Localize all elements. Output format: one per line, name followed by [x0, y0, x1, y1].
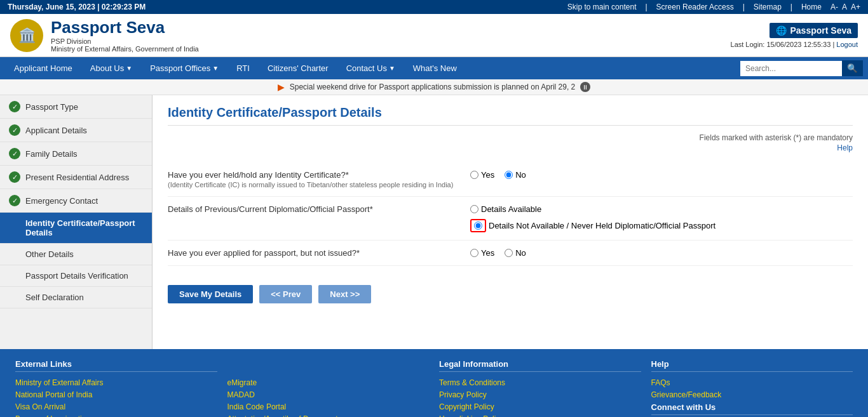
emblem-logo: 🏛️: [10, 19, 43, 52]
q3-yes-radio[interactable]: [470, 249, 478, 257]
save-button[interactable]: Save My Details: [168, 285, 253, 303]
footer-voa-link[interactable]: Visa On Arrival: [15, 402, 217, 411]
passport-seva-logo: 🌐 Passport Seva: [770, 23, 858, 38]
sidebar-label-self-declaration: Self Declaration: [25, 293, 84, 302]
nav-whats-new[interactable]: What's New: [404, 57, 466, 79]
ticker-text: Special weekend drive for Passport appli…: [290, 83, 576, 91]
footer-privacy-link[interactable]: Privacy Policy: [439, 390, 641, 399]
brand-name: Passport Seva: [51, 18, 199, 37]
sidebar-item-self-declaration[interactable]: Self Declaration: [0, 287, 152, 308]
search-button[interactable]: 🔍: [842, 60, 863, 76]
q3-label: Have you ever applied for passport, but …: [168, 248, 460, 258]
ticker-pause-button[interactable]: ⏸: [580, 82, 590, 92]
form-row-q3: Have you ever applied for passport, but …: [168, 241, 853, 266]
q1-no-option[interactable]: No: [505, 170, 526, 180]
nav-citizens-charter[interactable]: Citizens' Charter: [259, 57, 337, 79]
q2-details-available-option[interactable]: Details Available: [470, 204, 715, 214]
sidebar-item-other-details[interactable]: Other Details: [0, 244, 152, 265]
q2-available-label: Details Available: [481, 204, 541, 214]
help-link[interactable]: Help: [168, 143, 853, 152]
q2-label: Details of Previous/Current Diplomatic/O…: [168, 204, 460, 214]
footer-help-col: Help FAQs Grievance/Feedback: [651, 359, 853, 402]
nav-rti[interactable]: RTI: [227, 57, 259, 79]
footer-terms-link[interactable]: Terms & Conditions: [439, 378, 641, 387]
q3-controls: Yes No: [470, 248, 526, 258]
q2-not-available-highlighted: [470, 219, 486, 232]
q3-yes-option[interactable]: Yes: [470, 248, 494, 258]
footer-npi-link[interactable]: National Portal of India: [15, 390, 217, 399]
q2-not-available-radio[interactable]: [474, 222, 482, 230]
nav-about-us[interactable]: About Us ▼: [81, 57, 141, 79]
footer-faqs-link[interactable]: FAQs: [651, 378, 853, 387]
font-normal-button[interactable]: A: [842, 3, 847, 11]
sidebar-label-identity-certificate: Identity Certificate/Passport Details: [25, 218, 143, 237]
logout-link[interactable]: Logout: [836, 41, 858, 48]
footer-madad-link[interactable]: MADAD: [227, 390, 430, 399]
nav-contact-us[interactable]: Contact Us ▼: [337, 57, 404, 79]
check-icon: ✓: [9, 148, 20, 159]
skip-content-link[interactable]: Skip to main content: [567, 3, 637, 11]
sidebar-item-emergency-contact[interactable]: ✓ Emergency Contact: [0, 189, 152, 213]
q1-yes-radio[interactable]: [470, 171, 478, 179]
footer-hyperlinking-link[interactable]: Hyperlinking Policy: [439, 414, 641, 417]
passport-offices-dropdown-icon: ▼: [212, 65, 219, 72]
footer: External Links Ministry of External Affa…: [0, 349, 868, 417]
top-bar: Thursday, June 15, 2023 | 02:29:23 PM Sk…: [0, 0, 868, 14]
q3-no-radio[interactable]: [505, 249, 513, 257]
q1-no-radio[interactable]: [505, 171, 513, 179]
search-input[interactable]: [740, 61, 842, 76]
header: 🏛️ Passport Seva PSP Division Ministry o…: [0, 14, 868, 57]
footer-india-code-link[interactable]: India Code Portal: [227, 402, 430, 411]
brand-text: Passport Seva PSP Division Ministry of E…: [51, 18, 199, 53]
prev-button[interactable]: << Prev: [259, 285, 312, 303]
ticker-arrow-icon: ▶: [278, 82, 285, 92]
footer-mea-link[interactable]: Ministry of External Affairs: [15, 378, 217, 387]
q3-yes-label: Yes: [481, 248, 494, 258]
footer-attestation-link[interactable]: Attestation/Apostile of Documents: [227, 414, 430, 417]
footer-grievance-link[interactable]: Grievance/Feedback: [651, 390, 853, 399]
sitemap-link[interactable]: Sitemap: [754, 3, 782, 11]
footer-legal-col: Legal Information Terms & Conditions Pri…: [439, 359, 641, 417]
contact-us-dropdown-icon: ▼: [389, 65, 395, 72]
q2-details-not-available-option[interactable]: Details Not Available / Never Held Diplo…: [470, 219, 715, 232]
q1-yes-label: Yes: [481, 170, 494, 180]
q3-no-option[interactable]: No: [505, 248, 526, 258]
q2-available-radio[interactable]: [470, 205, 478, 213]
font-small-button[interactable]: A-: [831, 3, 838, 11]
footer-legal-title: Legal Information: [439, 359, 641, 372]
sidebar-item-family-details[interactable]: ✓ Family Details: [0, 142, 152, 166]
home-link[interactable]: Home: [801, 3, 822, 11]
screen-reader-link[interactable]: Screen Reader Access: [656, 3, 734, 11]
sidebar-item-present-address[interactable]: ✓ Present Residential Address: [0, 166, 152, 189]
footer-emigrate-link[interactable]: eMigrate: [227, 378, 430, 387]
sidebar-item-identity-certificate[interactable]: Identity Certificate/Passport Details: [0, 213, 152, 244]
form-row-q1: Have you ever held/hold any Identity Cer…: [168, 162, 853, 197]
q2-not-available-label: Details Not Available / Never Held Diplo…: [489, 221, 715, 230]
check-icon: ✓: [9, 171, 20, 183]
footer-connect-title: Connect with Us: [651, 402, 853, 415]
content-title: Identity Certificate/Passport Details: [168, 105, 853, 126]
sidebar-item-passport-verification[interactable]: Passport Details Verification: [0, 265, 152, 287]
sidebar-item-applicant-details[interactable]: ✓ Applicant Details: [0, 119, 152, 142]
font-large-button[interactable]: A+: [851, 3, 860, 11]
footer-external-links-col2: - eMigrate MADAD India Code Portal Attes…: [227, 359, 430, 417]
ministry-label: Ministry of External Affairs, Government…: [51, 45, 199, 53]
sidebar-label-passport-verification: Passport Details Verification: [25, 271, 128, 281]
footer-external-links-title: External Links: [15, 359, 217, 372]
q2-controls: Details Available Details Not Available …: [470, 204, 715, 232]
nav-passport-offices[interactable]: Passport Offices ▼: [141, 57, 227, 79]
datetime: Thursday, June 15, 2023 | 02:29:23 PM: [8, 3, 146, 11]
mandatory-note: Fields marked with asterisk (*) are mand…: [168, 133, 853, 142]
form-button-row: Save My Details << Prev Next >>: [168, 279, 853, 303]
nav-applicant-home[interactable]: Applicant Home: [5, 57, 81, 79]
q1-label: Have you ever held/hold any Identity Cer…: [168, 170, 460, 189]
q1-controls: Yes No: [470, 170, 526, 180]
check-icon: ✓: [9, 195, 20, 206]
q1-yes-option[interactable]: Yes: [470, 170, 494, 180]
next-button[interactable]: Next >>: [318, 285, 371, 303]
footer-bureau-link[interactable]: Bureau of Immigration: [15, 414, 217, 417]
last-login-info: Last Login: 15/06/2023 12:55:33 | Logout: [731, 41, 858, 48]
sidebar-label-applicant-details: Applicant Details: [25, 126, 87, 135]
footer-copyright-link[interactable]: Copyright Policy: [439, 402, 641, 411]
sidebar-item-passport-type[interactable]: ✓ Passport Type: [0, 95, 152, 119]
